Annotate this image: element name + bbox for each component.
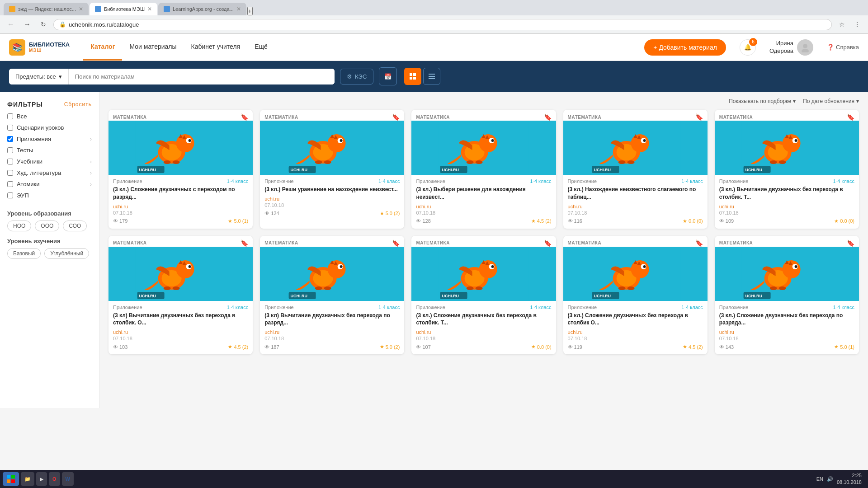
nav-item-cabinet[interactable]: Кабинет учителя xyxy=(184,34,248,61)
bookmark-button[interactable]: 🔖 xyxy=(392,113,400,121)
user-avatar[interactable] xyxy=(797,39,813,56)
card-item[interactable]: МАТЕМАТИКА 🔖 UCHI.RU Приложение 1-4 xyxy=(411,110,556,229)
search-input[interactable] xyxy=(75,73,328,80)
view-count: 143 xyxy=(726,344,734,350)
filter-all-checkbox[interactable] xyxy=(7,113,13,119)
subject-select[interactable]: Предметы: все ▾ xyxy=(9,69,69,84)
filter-atomiki-label: Атомики xyxy=(17,181,40,188)
browser-actions: ☆ ⋮ xyxy=(835,18,863,31)
grid-view-button[interactable] xyxy=(404,68,421,85)
card-item[interactable]: МАТЕМАТИКА 🔖 UCHI.RU Приложение 1-4 xyxy=(260,236,404,355)
bookmark-button[interactable]: 🔖 xyxy=(544,239,552,247)
refresh-button[interactable]: ↻ xyxy=(37,18,50,31)
add-material-button[interactable]: + Добавить материал xyxy=(644,39,726,56)
filter-textbooks[interactable]: Учебники › xyxy=(7,156,92,167)
tag-ooo[interactable]: ООО xyxy=(35,221,59,231)
tag-coo[interactable]: СОО xyxy=(63,221,87,231)
svg-point-78 xyxy=(173,286,180,290)
nav-item-materials[interactable]: Мои материалы xyxy=(122,34,184,61)
svg-point-38 xyxy=(491,139,494,142)
browser-tab-1[interactable]: эжд — Яндекс: нашлос... ✕ xyxy=(4,3,89,15)
rating-count: (2) xyxy=(394,344,400,350)
card-item[interactable]: МАТЕМАТИКА 🔖 UCHI.RU Приложение 1-4 xyxy=(563,110,708,229)
card-item[interactable]: МАТЕМАТИКА 🔖 UCHI.RU Приложение 1-4 xyxy=(411,236,556,355)
filter-eup[interactable]: ЭУП xyxy=(7,190,92,201)
bookmark-button[interactable]: 🔖 xyxy=(695,113,703,121)
url-input[interactable] xyxy=(69,21,826,28)
rating-value: 5.0 xyxy=(234,218,241,224)
card-item[interactable]: МАТЕМАТИКА 🔖 UCHI.RU Приложение 1-4 xyxy=(563,236,708,355)
sort-by-collection-button[interactable]: Показывать по подборке ▾ xyxy=(729,98,796,104)
help-button[interactable]: ❓ Справка xyxy=(827,44,859,51)
card-title: (3 кл.) Нахождение неизвестного слагаемо… xyxy=(568,186,703,201)
tab-close-1[interactable]: ✕ xyxy=(79,6,83,12)
rating-value: 0.0 xyxy=(840,218,847,224)
bookmark-button[interactable]: 🔖 xyxy=(847,113,854,121)
card-item[interactable]: МАТЕМАТИКА 🔖 UCHI.RU Приложение 1-4 xyxy=(715,236,859,355)
card-thumbnail: UCHI.RU xyxy=(260,247,404,301)
rating-value: 5.0 xyxy=(386,211,392,216)
card-stats: 👁 128 ★ 4.5 (2) xyxy=(416,218,551,224)
filter-apps[interactable]: Приложения › xyxy=(7,133,92,145)
back-button[interactable]: ← xyxy=(5,18,17,31)
filter-all[interactable]: Все xyxy=(7,111,92,122)
card-date: 07.10.18 xyxy=(416,210,551,216)
filter-eup-checkbox[interactable] xyxy=(7,192,13,198)
filter-scenarios-checkbox[interactable] xyxy=(7,125,13,131)
card-item[interactable]: МАТЕМАТИКА 🔖 UCHI.RU Приложение 1-4 xyxy=(108,236,253,355)
card-meta: Приложение 1-4 класс xyxy=(568,178,703,184)
tab-close-3[interactable]: ✕ xyxy=(236,6,241,12)
bookmark-star-button[interactable]: ☆ xyxy=(835,18,848,31)
card-level: 1-4 класс xyxy=(681,305,703,310)
tag-advanced[interactable]: Углублённый xyxy=(44,248,89,259)
sort-by-date-button[interactable]: По дате обновления ▾ xyxy=(803,98,859,104)
kec-button[interactable]: ⚙ КЭС xyxy=(340,69,373,84)
notification-button[interactable]: 🔔 6 xyxy=(740,39,756,56)
bookmark-button[interactable]: 🔖 xyxy=(695,239,703,247)
filter-textbooks-checkbox[interactable] xyxy=(7,159,13,164)
tag-noo[interactable]: НОО xyxy=(7,221,31,231)
filter-fiction-checkbox[interactable] xyxy=(7,170,13,176)
card-header: МАТЕМАТИКА 🔖 xyxy=(260,110,404,121)
browser-tab-2[interactable]: Библиотека МЭШ ✕ xyxy=(90,3,157,15)
nav-item-more[interactable]: Ещё xyxy=(247,34,275,61)
bookmark-button[interactable]: 🔖 xyxy=(544,113,552,121)
forward-button[interactable]: → xyxy=(21,18,33,31)
bookmark-button[interactable]: 🔖 xyxy=(847,239,854,247)
filter-atomiki[interactable]: Атомики › xyxy=(7,178,92,190)
menu-dots-button[interactable]: ⋮ xyxy=(851,18,863,31)
eye-icon: 👁 xyxy=(113,218,118,224)
svg-point-110 xyxy=(643,265,646,268)
card-rating: ★ 0.0 (0) xyxy=(531,344,552,350)
main-content: Показывать по подборке ▾ По дате обновле… xyxy=(99,92,868,408)
card-item[interactable]: МАТЕМАТИКА 🔖 UCHI.RU Приложение 1-4 xyxy=(715,110,859,229)
card-item[interactable]: МАТЕМАТИКА 🔖 UCHI.RU Приложение 1-4 xyxy=(260,110,404,229)
tag-basic[interactable]: Базовый xyxy=(7,248,41,259)
bookmark-button[interactable]: 🔖 xyxy=(241,239,248,247)
bookmark-button[interactable]: 🔖 xyxy=(392,239,400,247)
svg-point-17 xyxy=(164,160,171,164)
view-count: 187 xyxy=(271,344,279,350)
card-meta: Приложение 1-4 класс xyxy=(113,178,248,184)
tab-close-2[interactable]: ✕ xyxy=(147,6,152,12)
nav-item-catalog[interactable]: Каталог xyxy=(83,34,122,61)
view-count: 119 xyxy=(574,344,582,350)
browser-tab-3[interactable]: LearningApps.org - созда... ✕ xyxy=(158,3,246,15)
card-item[interactable]: МАТЕМАТИКА 🔖 UCHI.RU Приложение 1-4 xyxy=(108,110,253,229)
bookmark-button[interactable]: 🔖 xyxy=(241,113,248,121)
sort-row: Показывать по подборке ▾ По дате обновле… xyxy=(108,98,859,104)
filter-scenarios[interactable]: Сценарии уроков xyxy=(7,122,92,133)
filter-apps-checkbox[interactable] xyxy=(7,136,13,142)
filter-tests-checkbox[interactable] xyxy=(7,147,13,153)
calendar-button[interactable]: 📅 xyxy=(379,67,397,85)
list-view-button[interactable] xyxy=(423,68,440,85)
card-thumbnail: UCHI.RU xyxy=(260,121,404,175)
notification-badge: 6 xyxy=(749,38,757,46)
filter-fiction[interactable]: Худ. литература › xyxy=(7,167,92,178)
new-tab-button[interactable]: + xyxy=(247,7,253,15)
reset-filters-button[interactable]: Сбросить xyxy=(64,101,92,108)
card-subject: МАТЕМАТИКА xyxy=(568,115,602,120)
card-source: uchi.ru xyxy=(113,329,248,335)
filter-atomiki-checkbox[interactable] xyxy=(7,181,13,187)
filter-tests[interactable]: Тесты xyxy=(7,145,92,156)
